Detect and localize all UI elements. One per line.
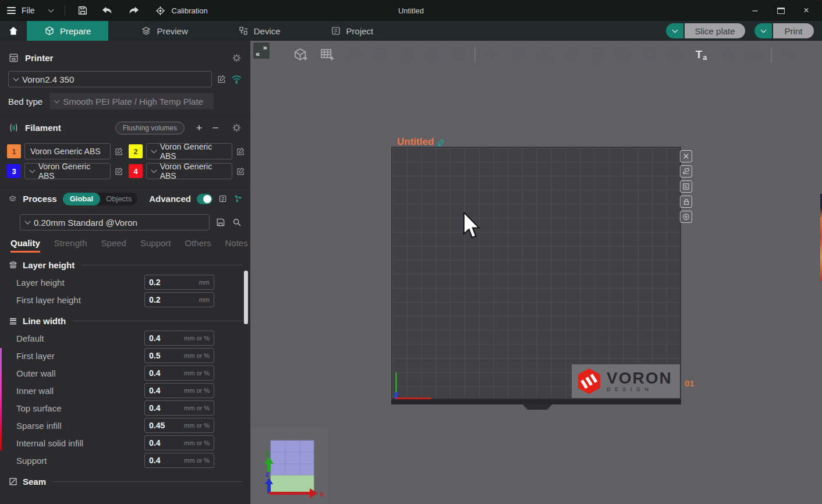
scope-objects[interactable]: Objects bbox=[100, 194, 137, 203]
remove-filament-button[interactable]: − bbox=[210, 122, 221, 134]
line-width-first-layer-input[interactable]: 0.5mm or % bbox=[144, 348, 214, 363]
tab-quality[interactable]: Quality bbox=[10, 238, 40, 253]
filament-4-select[interactable]: Voron Generic ABS bbox=[146, 163, 232, 179]
cube-split-icon[interactable] bbox=[662, 44, 689, 66]
undo-icon[interactable] bbox=[101, 5, 114, 16]
edit-filament-4-icon[interactable] bbox=[236, 166, 246, 176]
maximize-button[interactable] bbox=[770, 2, 792, 19]
printer-settings-gear-icon[interactable] bbox=[231, 52, 242, 63]
process-tabs: Quality Strength Speed Support Others No… bbox=[0, 233, 250, 253]
home-button[interactable] bbox=[0, 21, 27, 41]
layer-list-icon[interactable] bbox=[445, 44, 471, 66]
bed-type-select[interactable]: Smooth PEI Plate / High Temp Plate bbox=[49, 93, 214, 109]
save-preset-icon[interactable] bbox=[215, 217, 226, 228]
wifi-connection-icon[interactable] bbox=[231, 74, 242, 84]
tab-others[interactable]: Others bbox=[185, 238, 211, 253]
tab-speed[interactable]: Speed bbox=[101, 238, 126, 253]
line-width-sparse-infill-input[interactable]: 0.45mm or % bbox=[144, 418, 214, 433]
text-tool-icon[interactable]: T a bbox=[689, 44, 715, 66]
search-settings-icon[interactable] bbox=[232, 217, 242, 228]
plate-settings-icon[interactable] bbox=[680, 180, 692, 193]
arrange-icon[interactable] bbox=[366, 44, 392, 66]
move-icon[interactable] bbox=[479, 44, 505, 66]
calibration-label[interactable]: Calibration bbox=[172, 6, 208, 15]
detailed-settings-icon[interactable] bbox=[218, 193, 227, 204]
print-options-icon[interactable] bbox=[754, 23, 772, 38]
menu-icon[interactable] bbox=[7, 7, 16, 14]
flatten-icon[interactable] bbox=[558, 44, 584, 66]
collapse-sidebar-button[interactable]: »« bbox=[253, 42, 270, 59]
filament-3-color-swatch[interactable]: 3 bbox=[7, 164, 21, 178]
mesh-boolean-icon[interactable] bbox=[610, 44, 636, 66]
minimize-button[interactable]: – bbox=[744, 2, 766, 19]
print-button[interactable]: Print bbox=[754, 23, 814, 38]
line-width-support-input[interactable]: 0.4mm or % bbox=[144, 453, 214, 468]
line-width-internal-solid-infill-input[interactable]: 0.4mm or % bbox=[144, 435, 214, 450]
edit-filament-3-icon[interactable] bbox=[114, 166, 124, 176]
first-layer-height-input[interactable]: 0.2mm bbox=[144, 292, 214, 307]
paint-tool-icon[interactable] bbox=[715, 44, 741, 66]
filament-2-color-swatch[interactable]: 2 bbox=[129, 144, 143, 158]
add-object-icon[interactable] bbox=[288, 44, 314, 66]
copy-icon[interactable]: 0 bbox=[392, 44, 419, 66]
filament-4-color-swatch[interactable]: 4 bbox=[129, 164, 143, 178]
layer-height-input[interactable]: 0.2mm bbox=[144, 275, 214, 290]
assembly-icon[interactable] bbox=[775, 44, 802, 66]
calibration-icon[interactable] bbox=[155, 5, 166, 16]
filament-2-select[interactable]: Voron Generic ABS bbox=[146, 143, 232, 159]
chevron-down-icon[interactable] bbox=[48, 7, 54, 13]
delete-plate-icon[interactable] bbox=[680, 150, 692, 162]
rotate-icon[interactable] bbox=[505, 44, 532, 66]
plate-name[interactable]: Untitled bbox=[397, 136, 445, 148]
viewport-3d[interactable]: »« 0 bbox=[250, 41, 822, 504]
filament-settings-gear-icon[interactable] bbox=[231, 122, 242, 133]
line-width-inner-wall-input[interactable]: 0.4mm or % bbox=[144, 383, 214, 398]
printer-preset-select[interactable]: Voron2.4 350 bbox=[8, 71, 212, 87]
flushing-volumes-button[interactable]: Flushing volumes bbox=[115, 122, 185, 134]
plate-thumbnail[interactable]: y z x bbox=[251, 428, 328, 504]
slice-options-icon[interactable] bbox=[666, 23, 683, 38]
tab-preview[interactable]: Preview bbox=[123, 21, 205, 41]
file-menu[interactable]: File bbox=[22, 6, 35, 15]
scope-global[interactable]: Global bbox=[63, 193, 100, 205]
tab-project[interactable]: Project bbox=[313, 21, 391, 41]
lay-on-face-icon[interactable] bbox=[340, 44, 366, 66]
variable-layer-icon[interactable] bbox=[636, 44, 662, 66]
filament-1-color-swatch[interactable]: 1 bbox=[7, 144, 21, 158]
redo-icon[interactable] bbox=[127, 5, 140, 16]
plate-name-settings-icon[interactable] bbox=[680, 211, 692, 223]
add-filament-button[interactable]: + bbox=[194, 122, 204, 134]
save-icon[interactable] bbox=[77, 5, 88, 16]
process-preset-select[interactable]: 0.20mm Standard @Voron bbox=[20, 214, 210, 230]
settings-scrollbar[interactable] bbox=[244, 271, 248, 324]
lock-plate-icon[interactable] bbox=[680, 196, 692, 208]
add-plate-icon[interactable] bbox=[314, 44, 340, 66]
setting-row: Default 0.4mm or % bbox=[0, 329, 250, 347]
advanced-toggle[interactable] bbox=[197, 194, 212, 204]
orient-plate-icon[interactable] bbox=[680, 165, 692, 178]
tab-device[interactable]: Device bbox=[221, 21, 298, 41]
split-horizontal-icon[interactable] bbox=[584, 44, 610, 66]
line-width-top-surface-input[interactable]: 0.4mm or % bbox=[144, 400, 214, 416]
preset-compare-icon[interactable] bbox=[233, 193, 242, 204]
line-width-default-input[interactable]: 0.4mm or % bbox=[144, 331, 214, 346]
measure-icon[interactable] bbox=[741, 44, 767, 66]
group-layer-height: Layer height bbox=[0, 256, 250, 274]
close-button[interactable]: × bbox=[795, 2, 817, 19]
tab-support[interactable]: Support bbox=[140, 238, 171, 253]
line-width-outer-wall-input[interactable]: 0.4mm or % bbox=[144, 365, 214, 381]
scale-icon[interactable] bbox=[532, 44, 558, 66]
edit-printer-icon[interactable] bbox=[217, 74, 227, 84]
edit-filament-2-icon[interactable] bbox=[236, 147, 246, 157]
slice-plate-button[interactable]: Slice plate bbox=[666, 23, 745, 38]
filament-1-select[interactable]: Voron Generic ABS bbox=[24, 143, 111, 159]
tab-prepare[interactable]: Prepare bbox=[27, 21, 108, 41]
paste-icon[interactable]: P bbox=[419, 44, 445, 66]
tab-notes[interactable]: Notes bbox=[225, 238, 248, 253]
edit-filament-1-icon[interactable] bbox=[114, 147, 124, 157]
process-scope-toggle[interactable]: Global Objects bbox=[63, 193, 138, 205]
tab-strength[interactable]: Strength bbox=[54, 238, 87, 253]
filament-3-select[interactable]: Voron Generic ABS bbox=[24, 163, 111, 179]
build-plate[interactable]: VORON DESIGN bbox=[391, 147, 681, 399]
rename-plate-icon[interactable] bbox=[437, 138, 445, 147]
